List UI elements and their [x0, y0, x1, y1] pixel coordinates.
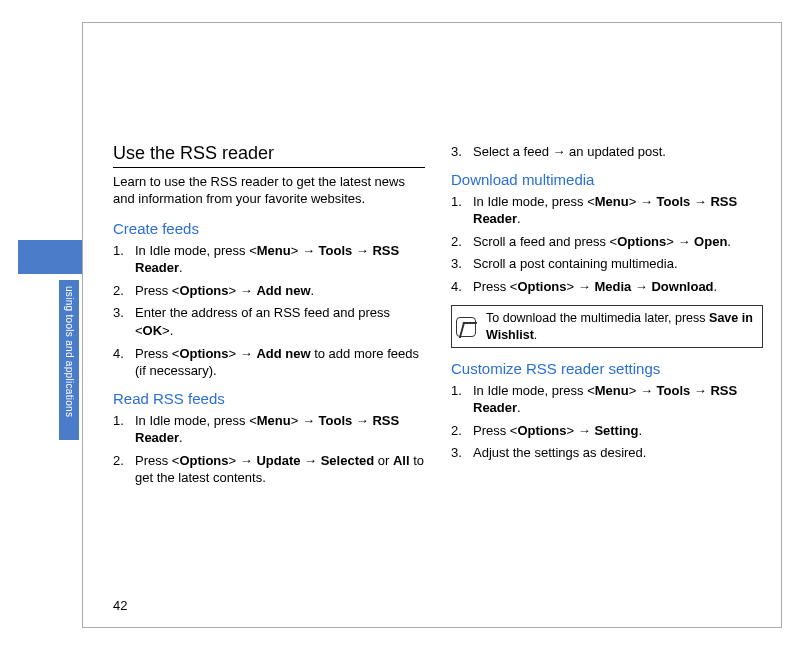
step-item: Adjust the settings as desired.: [451, 444, 763, 462]
page-number: 42: [113, 598, 127, 613]
step-item: Select a feed → an updated post.: [451, 143, 763, 161]
bold-term: Options: [617, 234, 666, 249]
bold-term: Tools: [319, 243, 353, 258]
step-item: In Idle mode, press <Menu> → Tools → RSS…: [451, 193, 763, 228]
bold-term: Download: [651, 279, 713, 294]
note-box: To download the multimedia later, press …: [451, 305, 763, 348]
step-item: Scroll a post containing multimedia.: [451, 255, 763, 273]
bold-term: Menu: [595, 383, 629, 398]
step-item: Press <Options> → Setting.: [451, 422, 763, 440]
side-tab-accent: [18, 240, 82, 274]
section-heading: Download multimedia: [451, 171, 763, 188]
bold-term: Options: [517, 423, 566, 438]
section-heading: Create feeds: [113, 220, 425, 237]
steps-list: In Idle mode, press <Menu> → Tools → RSS…: [451, 193, 763, 296]
step-item: In Idle mode, press <Menu> → Tools → RSS…: [113, 412, 425, 447]
steps-list: In Idle mode, press <Menu> → Tools → RSS…: [113, 412, 425, 487]
step-item: Press <Options> → Add new.: [113, 282, 425, 300]
left-column: Use the RSS reader Learn to use the RSS …: [113, 143, 425, 497]
side-section-label: using tools and applications: [59, 280, 79, 440]
section-heading: Customize RSS reader settings: [451, 360, 763, 377]
bold-term: Add new: [256, 346, 310, 361]
bold-term: Options: [179, 453, 228, 468]
bold-term: Update: [256, 453, 300, 468]
step-item: Enter the address of an RSS feed and pre…: [113, 304, 425, 339]
step-item: In Idle mode, press <Menu> → Tools → RSS…: [113, 242, 425, 277]
step-item: Scroll a feed and press <Options> → Open…: [451, 233, 763, 251]
bold-term: Tools: [657, 194, 691, 209]
step-item: Press <Options> → Update → Selected or A…: [113, 452, 425, 487]
bold-term: Save in Wishlist: [486, 311, 753, 341]
step-item: Press <Options> → Add new to add more fe…: [113, 345, 425, 380]
bold-term: Add new: [256, 283, 310, 298]
bold-term: Options: [517, 279, 566, 294]
bold-term: Menu: [595, 194, 629, 209]
note-icon: [456, 317, 476, 337]
section-heading: Read RSS feeds: [113, 390, 425, 407]
right-column: Select a feed → an updated post. Downloa…: [451, 143, 763, 497]
content-columns: Use the RSS reader Learn to use the RSS …: [113, 143, 763, 497]
bold-term: Menu: [257, 413, 291, 428]
bold-term: Media: [594, 279, 631, 294]
bold-term: OK: [143, 323, 163, 338]
step-item: In Idle mode, press <Menu> → Tools → RSS…: [451, 382, 763, 417]
note-text: To download the multimedia later, press …: [480, 306, 762, 347]
bold-term: Tools: [319, 413, 353, 428]
intro-paragraph: Learn to use the RSS reader to get the l…: [113, 174, 425, 208]
bold-term: Selected: [321, 453, 374, 468]
bold-term: Options: [179, 283, 228, 298]
bold-term: All: [393, 453, 410, 468]
bold-term: Options: [179, 346, 228, 361]
steps-list: In Idle mode, press <Menu> → Tools → RSS…: [113, 242, 425, 380]
bold-term: Setting: [594, 423, 638, 438]
steps-list: In Idle mode, press <Menu> → Tools → RSS…: [451, 382, 763, 462]
step-item: Press <Options> → Media → Download.: [451, 278, 763, 296]
bold-term: Menu: [257, 243, 291, 258]
bold-term: Tools: [657, 383, 691, 398]
note-icon-cell: [452, 306, 480, 347]
page-frame: Use the RSS reader Learn to use the RSS …: [82, 22, 782, 628]
page-title: Use the RSS reader: [113, 143, 425, 168]
steps-list-continuation: Select a feed → an updated post.: [451, 143, 763, 161]
bold-term: Open: [694, 234, 727, 249]
